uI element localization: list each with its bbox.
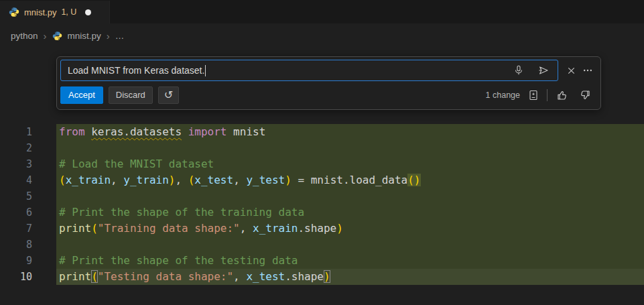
thumbs-up-icon[interactable] [554,88,569,103]
code-token: ( [188,174,195,186]
code-token [182,125,188,138]
send-icon[interactable] [536,63,551,78]
code-line[interactable]: # Print the shape of the training data [56,204,644,221]
unsaved-dot-icon[interactable] [85,9,91,15]
breadcrumb: python › mnist.py › … [0,25,124,46]
line-number: 10 [0,269,56,285]
code-token: ) [336,222,343,235]
code-line[interactable] [56,237,644,253]
code-line[interactable]: (x_train, y_train), (x_test, y_test) = m… [56,172,644,188]
rerun-button[interactable]: ↺ [158,86,179,104]
python-icon [9,7,19,17]
code-token [85,125,92,138]
code-token [227,125,233,138]
code-line[interactable] [56,140,644,156]
code-line[interactable]: print("Testing data shape:", x_test.shap… [56,269,644,285]
code-token: # Print the shape of the training data [59,206,304,219]
code-token: x_train [66,174,111,186]
code-block[interactable]: from keras.datasets import mnist# Load t… [56,124,644,285]
code-token: keras.datasets [91,125,182,138]
code-token: , [111,174,123,186]
code-token: ) [324,270,330,283]
code-token: x_test [194,174,233,186]
diff-file-icon[interactable] [526,88,541,103]
code-token: ( [91,270,98,283]
text-caret [205,65,206,76]
inline-chat-widget: Load MNIST from Keras dataset. [56,56,601,110]
tab-filename: mnist.py [24,7,56,17]
line-number: 8 [0,237,56,253]
code-token: print [59,222,91,235]
line-number: 7 [0,221,56,237]
code-token: , [233,270,246,283]
code-token: , [240,222,253,235]
code-token: x_test [246,270,285,283]
breadcrumb-more[interactable]: … [115,31,125,41]
code-line[interactable]: # Load the MNIST dataset [56,156,644,172]
line-number: 4 [0,172,56,188]
line-number: 2 [0,140,56,156]
discard-button[interactable]: Discard [109,86,153,104]
line-number: 9 [0,253,56,269]
tab-bar: mnist.py 1, U [0,0,644,23]
code-token: () [407,174,420,186]
code-token: # Print the shape of the testing data [59,254,298,267]
breadcrumb-file[interactable]: mnist.py [68,31,101,41]
code-token: # Load the MNIST dataset [59,158,214,170]
code-token: ( [91,222,98,235]
more-actions-icon[interactable] [580,63,595,78]
chevron-right-icon: › [44,31,47,41]
code-token: mnist [233,125,265,138]
code-token: .shape [298,222,336,235]
code-line[interactable]: from keras.datasets import mnist [56,124,644,140]
line-number: 3 [0,156,56,172]
code-token: import [188,125,227,138]
editor-gutter: 12345678910 [0,124,56,285]
code-token: mnist.load_data [311,174,408,186]
code-token: x_train [253,222,298,235]
code-token: y_test [246,174,285,186]
chevron-right-icon: › [107,31,110,41]
code-token: print [59,270,91,283]
code-token: "Testing data shape:" [98,270,233,283]
separator [547,89,548,101]
breadcrumb-folder[interactable]: python [11,31,38,41]
code-token: ( [59,174,66,186]
tab-mnist-py[interactable]: mnist.py 1, U [0,1,110,23]
code-token: = [292,174,311,186]
code-token: , [175,174,188,186]
code-line[interactable]: print("Training data shape:", x_train.sh… [56,221,644,237]
line-number: 1 [0,124,56,140]
code-token: , [233,174,246,186]
code-token: ) [169,174,176,186]
code-token: y_train [123,174,168,186]
thumbs-down-icon[interactable] [578,88,593,103]
code-line[interactable] [56,188,644,204]
tab-decoration-badge: 1, U [61,7,76,17]
code-token: ) [285,174,292,186]
refresh-icon: ↺ [164,88,173,102]
microphone-icon[interactable] [511,63,526,78]
chat-input[interactable]: Load MNIST from Keras dataset. [60,60,558,81]
line-number: 6 [0,204,56,221]
code-token: "Training data shape:" [98,222,240,235]
chat-input-value: Load MNIST from Keras dataset. [68,65,204,76]
changes-count: 1 change [486,90,520,100]
code-token: .shape [285,270,324,283]
accept-button[interactable]: Accept [60,86,103,104]
line-number: 5 [0,188,56,204]
code-line[interactable]: # Print the shape of the testing data [56,253,644,269]
python-icon [52,31,62,41]
code-token: from [59,125,85,138]
close-icon[interactable] [564,63,578,78]
